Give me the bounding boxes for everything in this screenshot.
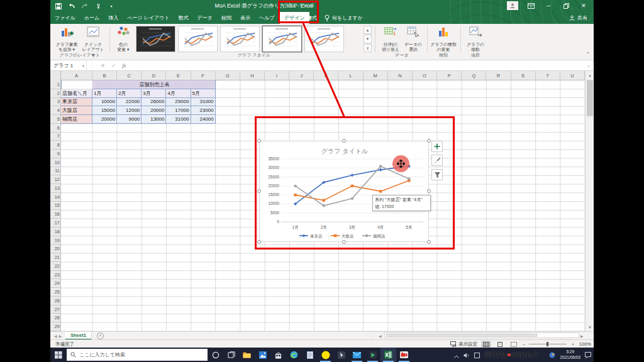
- row-header-18[interactable]: 18: [50, 228, 61, 236]
- row-header-5[interactable]: 5: [50, 115, 61, 124]
- close-button[interactable]: ✕: [579, 1, 589, 10]
- save-icon[interactable]: [54, 2, 63, 10]
- page-break-view-button[interactable]: [509, 341, 519, 348]
- chart-styles-button[interactable]: [431, 155, 443, 166]
- table-value-cell[interactable]: 15000: [92, 106, 117, 115]
- tab-8[interactable]: ヘルプ: [255, 12, 279, 24]
- chart-handle[interactable]: [342, 139, 346, 143]
- tab-5[interactable]: データ: [193, 12, 217, 24]
- row-header-20[interactable]: 20: [50, 244, 61, 253]
- chart-handle[interactable]: [427, 240, 431, 244]
- qat-customize-icon[interactable]: ▾: [107, 2, 116, 10]
- undo-icon[interactable]: [67, 2, 76, 10]
- sheet-nav-left-icon[interactable]: ◀: [54, 334, 57, 338]
- ime-mode-icon[interactable]: [549, 349, 555, 361]
- table-value-cell[interactable]: 24000: [191, 115, 216, 124]
- page-layout-view-button[interactable]: [495, 341, 505, 348]
- chart-style-thumbnail-5[interactable]: [304, 26, 344, 52]
- chart-style-thumbnail-3[interactable]: [220, 26, 260, 52]
- row-header-11[interactable]: 11: [50, 167, 61, 176]
- chart-elements-button[interactable]: [431, 141, 443, 152]
- insert-function-icon[interactable]: fx: [119, 63, 130, 69]
- pointer-app-icon[interactable]: [333, 348, 349, 362]
- table-value-cell[interactable]: 29000: [166, 98, 191, 107]
- mail-icon[interactable]: [349, 348, 365, 362]
- zoom-level[interactable]: 100%: [579, 341, 591, 347]
- display-settings-button[interactable]: 表示設定: [450, 341, 477, 348]
- scroll-down-icon[interactable]: ▼: [586, 323, 594, 331]
- tab-format[interactable]: 書式: [303, 12, 321, 24]
- table-value-cell[interactable]: 23000: [191, 106, 216, 115]
- column-header-Q[interactable]: Q: [462, 71, 486, 80]
- chart-handle[interactable]: [257, 240, 261, 244]
- table-month-header[interactable]: 4月: [166, 89, 191, 98]
- chart-handle[interactable]: [427, 189, 431, 193]
- start-button[interactable]: [50, 348, 67, 362]
- hscroll-thumb[interactable]: [386, 334, 537, 337]
- excel-taskbar-icon[interactable]: [380, 348, 396, 362]
- row-header-28[interactable]: 28: [50, 314, 61, 322]
- chart-handle[interactable]: [257, 189, 261, 193]
- gallery-more-icon[interactable]: ⊻: [364, 44, 372, 52]
- row-header-16[interactable]: 16: [50, 210, 61, 219]
- action-center-icon[interactable]: [585, 349, 591, 361]
- share-button[interactable]: 共有: [569, 12, 587, 24]
- chart-handle[interactable]: [257, 139, 261, 143]
- table-month-header[interactable]: 2月: [117, 89, 142, 98]
- row-header-29[interactable]: 29: [50, 322, 61, 331]
- column-header-O[interactable]: O: [413, 71, 437, 80]
- row-header-12[interactable]: 12: [50, 175, 61, 184]
- ribbon-display-options-icon[interactable]: [526, 1, 536, 10]
- tab-6[interactable]: 校閲: [217, 12, 236, 24]
- tab-2[interactable]: 挿入: [104, 12, 123, 24]
- tab-1[interactable]: ホーム: [80, 12, 104, 24]
- yellow-app-icon[interactable]: [318, 348, 333, 362]
- row-header-26[interactable]: 26: [50, 297, 61, 305]
- taskbar-clock[interactable]: 5:29 2021/06/03: [560, 349, 580, 360]
- row-header-17[interactable]: 17: [50, 219, 61, 228]
- table-month-header[interactable]: 5月: [191, 89, 216, 98]
- ime-icon[interactable]: [474, 349, 480, 361]
- table-value-cell[interactable]: 17000: [166, 106, 191, 115]
- column-header-A[interactable]: A: [61, 71, 92, 80]
- taskbar-search-box[interactable]: ここに入力して検索: [67, 349, 208, 361]
- table-value-cell[interactable]: 9000: [117, 115, 142, 124]
- gallery-down-icon[interactable]: ▼: [364, 35, 372, 43]
- row-header-15[interactable]: 15: [50, 202, 61, 211]
- column-header-K[interactable]: K: [314, 71, 338, 80]
- row-headers[interactable]: 1234567891011121314151617181920212223242…: [50, 80, 61, 331]
- task-view-icon[interactable]: [223, 348, 239, 362]
- row-header-10[interactable]: 10: [50, 158, 61, 167]
- column-header-D[interactable]: D: [142, 71, 166, 80]
- tab-4[interactable]: 数式: [174, 12, 193, 24]
- column-header-U[interactable]: U: [560, 71, 585, 80]
- row-header-8[interactable]: 8: [50, 141, 61, 150]
- column-header-G[interactable]: G: [216, 71, 240, 80]
- row-header-3[interactable]: 3: [50, 98, 61, 107]
- row-header-1[interactable]: 1: [50, 80, 61, 89]
- sheet-tab-sheet1[interactable]: Sheet1: [65, 332, 92, 340]
- column-header-M[interactable]: M: [364, 71, 388, 80]
- row-header-14[interactable]: 14: [50, 193, 61, 202]
- name-box-dropdown-icon[interactable]: ▾: [82, 63, 84, 68]
- cancel-icon[interactable]: ✕: [97, 63, 108, 69]
- quick-layout-button[interactable]: クイック レイアウト ▾: [80, 26, 106, 53]
- table-value-cell[interactable]: 26000: [142, 98, 166, 107]
- row-header-7[interactable]: 7: [50, 133, 61, 141]
- notepad-app-icon[interactable]: [302, 348, 318, 362]
- column-header-H[interactable]: H: [240, 71, 265, 80]
- photos-icon[interactable]: [255, 348, 270, 362]
- formula-input[interactable]: [130, 60, 584, 70]
- table-value-cell[interactable]: 31000: [166, 115, 191, 124]
- chart-handle[interactable]: [427, 139, 431, 143]
- table-value-cell[interactable]: 31000: [191, 98, 216, 107]
- row-header-19[interactable]: 19: [50, 236, 61, 245]
- column-header-S[interactable]: S: [511, 71, 536, 80]
- vscroll-thumb[interactable]: [587, 80, 593, 116]
- redo-icon[interactable]: [80, 2, 89, 10]
- table-value-cell[interactable]: 10000: [92, 98, 117, 107]
- table-month-header[interactable]: 1月: [92, 89, 117, 98]
- tray-chevron-up-icon[interactable]: [454, 349, 459, 361]
- zoom-slider-thumb[interactable]: [547, 342, 548, 346]
- switch-row-column-button[interactable]: 行/列の 切り替え: [378, 26, 403, 53]
